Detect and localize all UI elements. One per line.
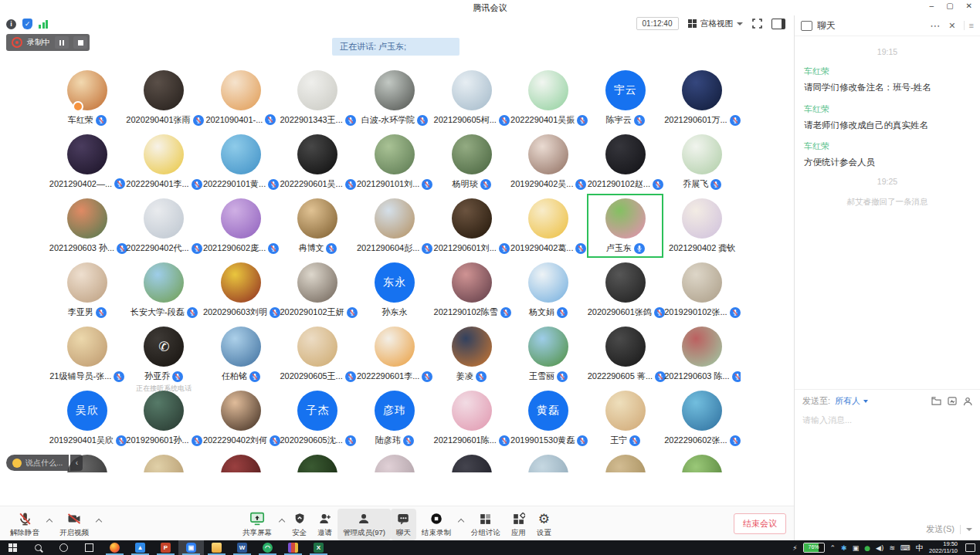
panel-handle-icon[interactable]: ≡ (964, 21, 974, 30)
participant-tile[interactable]: 杨明琰 (433, 130, 510, 194)
participant-tile[interactable]: 2021290601万... (663, 66, 741, 130)
ime-indicator[interactable]: 中 (916, 543, 924, 553)
participant-tile[interactable]: 长安大学-段磊 (126, 258, 203, 322)
participant-tile[interactable]: 吴欣2019290401吴欣 (49, 386, 126, 450)
participant-tile[interactable] (510, 450, 587, 472)
chat-button[interactable]: 聊天 (391, 509, 416, 540)
participant-tile[interactable]: 白波-水环学院 (356, 66, 433, 130)
cortana-icon[interactable] (51, 540, 76, 555)
green-status-icon[interactable]: ● (864, 544, 870, 552)
tray-chevron-icon[interactable]: ⌃ (830, 544, 836, 552)
emoji-icon[interactable] (12, 459, 22, 468)
participant-tile[interactable]: 黄磊2019901530黄磊 (510, 386, 587, 450)
participant-tile[interactable]: 2021290602庞... (202, 194, 280, 258)
firefox-icon[interactable] (102, 540, 127, 555)
participant-tile[interactable]: 2022290101黄... (202, 130, 280, 194)
participant-tile[interactable]: 2020290605王... (280, 322, 357, 386)
participant-tile[interactable]: 卢玉东 (587, 194, 664, 258)
participant-tile[interactable]: 2021290601刘... (433, 194, 510, 258)
taskbar-search-icon[interactable] (25, 540, 51, 555)
participant-tile[interactable]: 2022290402代... (126, 194, 203, 258)
close-button[interactable]: ✕ (966, 2, 972, 10)
display-icon[interactable]: ▣ (853, 544, 860, 552)
send-options-chevron[interactable] (966, 528, 972, 531)
audio-options-chevron[interactable] (45, 513, 54, 528)
docs-app-icon[interactable]: ▲ (127, 540, 153, 555)
invite-button[interactable]: 邀请 (312, 509, 337, 540)
participant-tile[interactable]: 李亚男 (49, 258, 126, 322)
volume-icon[interactable]: ◀) (876, 544, 883, 552)
tencent-meeting-icon[interactable]: ▣ (178, 540, 204, 555)
view-mode-selector[interactable]: 宫格视图 (688, 19, 744, 29)
task-view-icon[interactable] (76, 540, 102, 555)
participant-tile[interactable]: 2021290601陈... (433, 386, 510, 450)
battery-indicator[interactable]: 76% (803, 543, 825, 553)
participant-tile[interactable]: 姜凌 (433, 322, 510, 386)
start-video-button[interactable]: 开启视频 (54, 509, 94, 540)
participant-tile[interactable]: 2021290605柯... (433, 66, 510, 130)
network-icon[interactable]: ≋ (889, 544, 895, 552)
send-button[interactable]: 发送(S) (926, 523, 955, 535)
participant-tile[interactable] (280, 450, 357, 472)
participant-tile[interactable]: 2022290601李... (356, 322, 433, 386)
chat-more-icon[interactable]: ⋯ (930, 20, 941, 32)
participant-tile[interactable]: 2021290101刘... (356, 130, 433, 194)
video-options-chevron[interactable] (94, 513, 103, 528)
settings-button[interactable]: ⚙ 设置 (531, 509, 557, 540)
chat-message-list[interactable]: 19:15车红荣请同学们修改备注名：班号-姓名车红荣请老师们修改成自己的真实姓名… (795, 36, 980, 389)
minimize-button[interactable]: – (930, 2, 934, 10)
end-meeting-button[interactable]: 结束会议 (734, 513, 786, 534)
participant-tile[interactable]: 2022290401吴振 (510, 66, 587, 130)
quick-message-placeholder[interactable]: 说点什么... (25, 458, 63, 469)
mention-person-icon[interactable] (963, 397, 972, 406)
participant-tile[interactable]: 任柏铭 (202, 322, 280, 386)
participant-tile[interactable]: 东永孙东永 (356, 258, 433, 322)
participant-tile[interactable]: 彦玮陆彦玮 (356, 386, 433, 450)
participant-tile[interactable]: 2022290601吴... (280, 130, 357, 194)
participant-tile[interactable]: 乔展飞 (663, 130, 741, 194)
wechat-icon[interactable]: ◠ (255, 540, 280, 555)
participant-tile[interactable] (663, 450, 741, 472)
word-icon[interactable]: W (229, 540, 255, 555)
participant-tile[interactable] (356, 450, 433, 472)
apps-button[interactable]: 应用 (506, 509, 531, 540)
quick-reaction-bar[interactable]: 说点什么... ‹ (6, 455, 83, 471)
participant-tile[interactable]: 冉博文 (280, 194, 357, 258)
participant-tile[interactable]: ✆孙亚乔正在接听系统电话 (126, 322, 203, 386)
participant-tile[interactable]: 王雪丽 (510, 322, 587, 386)
powerpoint-icon[interactable]: P (153, 540, 178, 555)
participant-tile[interactable]: 2022290605 蒋... (587, 322, 664, 386)
unmute-button[interactable]: 解除静音 (5, 509, 45, 540)
collapse-arrow-icon[interactable]: ‹ (70, 455, 83, 471)
keyboard-icon[interactable]: ⌨ (900, 544, 910, 552)
participant-tile[interactable] (202, 450, 280, 472)
breakout-rooms-button[interactable]: 分组讨论 (466, 509, 506, 540)
participant-tile[interactable]: 2022290402刘何 (202, 386, 280, 450)
participant-tile[interactable]: 2019290402葛... (510, 194, 587, 258)
file-explorer-icon[interactable] (204, 540, 229, 555)
participant-tile[interactable]: 2021290102陈雪 (433, 258, 510, 322)
participant-tile[interactable]: 2022290401李... (126, 130, 203, 194)
participant-tile[interactable] (433, 450, 510, 472)
participant-tile[interactable]: 2020290401张雨 (126, 66, 203, 130)
participant-tile[interactable]: 2020290601张鸽 (587, 258, 664, 322)
manage-members-button[interactable]: 管理成员(97) (337, 509, 391, 540)
participant-tile[interactable]: 2022290602张... (663, 386, 741, 450)
participant-tile[interactable]: 2021290402—... (49, 130, 126, 194)
participant-tile[interactable]: 2021290604彭... (356, 194, 433, 258)
participant-tile[interactable] (587, 450, 664, 472)
share-screen-button[interactable]: 共享屏幕 (237, 509, 277, 540)
pause-recording-button[interactable] (55, 36, 69, 49)
participant-tile[interactable]: 王宁 (587, 386, 664, 450)
screenshot-icon[interactable] (948, 397, 957, 405)
participant-tile[interactable]: 2020290603刘明 (202, 258, 280, 322)
participant-tile[interactable]: 杨文娟 (510, 258, 587, 322)
chat-input[interactable]: 请输入消息... (802, 415, 972, 426)
file-attach-icon[interactable] (931, 397, 941, 405)
notification-center-icon[interactable] (965, 543, 975, 552)
winrar-icon[interactable] (280, 540, 306, 555)
participant-tile[interactable]: 子杰2020290605沈... (280, 386, 357, 450)
send-to-selector[interactable]: 所有人 (835, 395, 868, 407)
tray-app-icon[interactable]: ✱ (841, 544, 847, 552)
excel-icon[interactable]: X (306, 540, 331, 555)
